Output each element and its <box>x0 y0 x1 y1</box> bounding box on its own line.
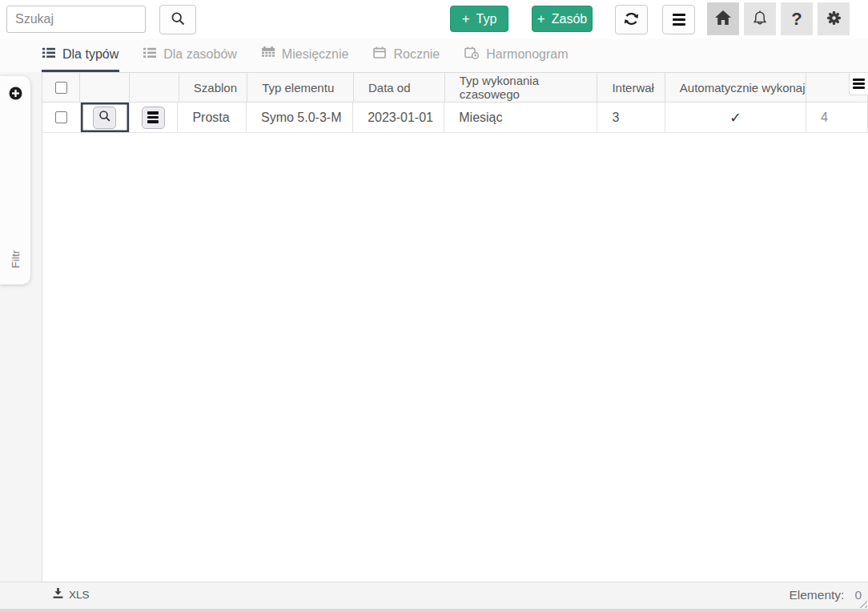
add-zasob-button[interactable]: + Zasób <box>532 6 593 32</box>
table-row[interactable]: Prosta Symo 5.0-3-M 2023-01-01 Miesiąc 3… <box>42 103 868 133</box>
settings-button[interactable] <box>818 2 850 35</box>
calendar-filled-icon <box>262 46 275 62</box>
header-select-cell <box>42 73 80 102</box>
list-icon <box>143 47 156 62</box>
refresh-button[interactable] <box>615 5 648 34</box>
search-icon <box>98 110 111 126</box>
cell-typ-elementu: Symo 5.0-3-M <box>247 103 353 132</box>
search-icon <box>171 11 186 29</box>
row-menu-button[interactable] <box>142 107 165 129</box>
top-toolbar: + Typ + Zasób ? <box>0 0 868 38</box>
view-tabs: Dla typów Dla zasobów Miesięcznie <box>0 38 868 72</box>
data-grid: Szablon Typ elementu Data od Typ wykonan… <box>42 72 868 582</box>
cell-data-od: 2023-01-01 <box>353 103 444 132</box>
header-cell <box>80 73 130 102</box>
elements-label: Elementy: <box>789 588 844 602</box>
header-cell-szablon[interactable]: Szablon <box>179 73 247 102</box>
menu-icon <box>853 77 865 91</box>
tab-harmonogram[interactable]: Harmonogram <box>464 38 569 72</box>
tab-dla-zasobow[interactable]: Dla zasobów <box>143 38 238 72</box>
tab-label: Miesięcznie <box>282 47 349 62</box>
row-menu-cell <box>130 103 179 132</box>
refresh-icon <box>622 10 641 30</box>
header-cell-automatycznie[interactable]: Automatycznie wykonaj <box>665 73 806 102</box>
list-icon <box>42 47 55 62</box>
home-icon <box>715 10 731 27</box>
download-icon <box>53 588 63 602</box>
question-icon: ? <box>791 9 802 30</box>
plus-circle-icon[interactable] <box>9 87 22 103</box>
row-detail-cell <box>81 103 130 132</box>
header-cell-data-od[interactable]: Data od <box>354 73 445 102</box>
row-select-cell <box>42 103 81 132</box>
export-xls-button[interactable]: XLS <box>53 588 90 602</box>
tab-rocznie[interactable]: Rocznie <box>372 38 440 72</box>
header-cell-interwal[interactable]: Interwał <box>597 73 665 102</box>
calendar-clock-icon <box>464 46 479 62</box>
header-cell-typ-elementu[interactable]: Typ elementu <box>247 73 354 102</box>
elements-counter: Elementy: 0 <box>789 588 862 602</box>
calendar-icon <box>373 46 386 62</box>
search-button[interactable] <box>159 5 196 34</box>
column-selector-button[interactable] <box>849 73 868 95</box>
cell-interwal: 3 <box>597 103 665 132</box>
tab-miesiecznie[interactable]: Miesięcznie <box>261 38 350 72</box>
tab-label: Dla zasobów <box>163 47 237 62</box>
app-menu-button[interactable] <box>662 5 695 34</box>
plus-icon: + <box>462 12 470 26</box>
window-bottom-edge <box>0 609 868 612</box>
row-search-button[interactable] <box>93 107 116 129</box>
select-all-checkbox[interactable] <box>55 82 67 94</box>
menu-icon <box>147 110 159 125</box>
filter-panel: Filtr <box>0 76 30 284</box>
search-input[interactable] <box>6 6 146 33</box>
bell-icon <box>752 10 768 29</box>
row-checkbox[interactable] <box>55 111 67 123</box>
plus-icon: + <box>537 12 545 26</box>
add-typ-label: Typ <box>476 12 497 26</box>
check-icon: ✓ <box>729 109 741 127</box>
filter-panel-label[interactable]: Filtr <box>10 244 22 275</box>
help-button[interactable]: ? <box>781 2 813 35</box>
add-zasob-label: Zasób <box>552 12 587 26</box>
cell-typ-wykonania: Miesiąc <box>444 103 597 132</box>
xls-label: XLS <box>69 589 90 601</box>
home-button[interactable] <box>707 2 739 35</box>
header-cell <box>130 73 179 102</box>
tab-label: Rocznie <box>393 47 440 62</box>
cell-szablon: Prosta <box>178 103 247 132</box>
tab-label: Harmonogram <box>486 47 568 62</box>
add-typ-button[interactable]: + Typ <box>450 6 508 32</box>
notifications-button[interactable] <box>744 2 776 35</box>
grid-footer: XLS Elementy: 0 <box>0 582 868 609</box>
gear-icon <box>826 10 842 29</box>
header-cell-typ-wykonania[interactable]: Typ wykonania czasowego <box>445 73 598 102</box>
tab-label: Dla typów <box>62 47 119 62</box>
cell-automatycznie: ✓ <box>665 103 806 132</box>
cell-trailing: 4 <box>806 103 868 132</box>
tab-dla-typow[interactable]: Dla typów <box>42 38 119 72</box>
menu-icon <box>673 11 685 28</box>
elements-count: 0 <box>854 588 862 602</box>
grid-header-row: Szablon Typ elementu Data od Typ wykonan… <box>42 73 868 103</box>
